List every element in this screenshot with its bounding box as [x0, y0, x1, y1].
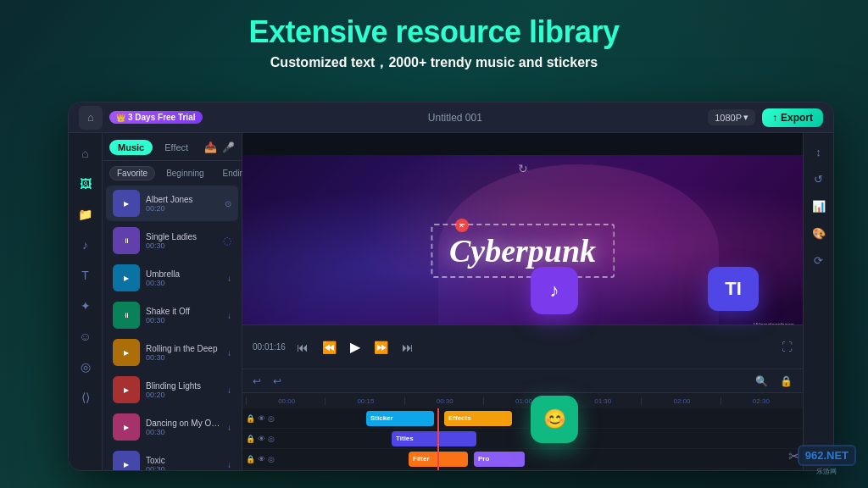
brand-watermark: 962.NET 乐游网: [798, 445, 856, 476]
download-icon[interactable]: ↓: [227, 311, 231, 320]
music-info: Dancing on My Own 00:30: [146, 419, 221, 436]
top-bar: ⌂ 👑 3 Days Free Trial Untitled 001 1080P…: [69, 103, 833, 133]
left-sidebar: ⌂ 🖼 📁 ♪ T ✦ ☺ ◎ ⟨⟩: [69, 133, 103, 470]
redo-button[interactable]: ↩: [270, 374, 285, 389]
music-duration: 00:30: [146, 279, 221, 287]
header-section: Extensive resource library Customized te…: [0, 15, 868, 72]
speed-icon[interactable]: ⟳: [807, 248, 831, 272]
eye-track-icon[interactable]: 👁: [258, 435, 265, 443]
mute-track-icon[interactable]: ◎: [268, 435, 275, 443]
sidebar-item-transitions[interactable]: ⟨⟩: [72, 384, 99, 411]
filter-beginning[interactable]: Beginning: [159, 166, 211, 180]
track-titles-segment[interactable]: Titles: [392, 431, 476, 446]
mute-track-icon[interactable]: ◎: [268, 414, 275, 423]
download-icon[interactable]: ↓: [227, 348, 231, 358]
lock-track-icon[interactable]: 🔒: [246, 414, 255, 423]
media-tabs: Music Effect 📥 🎤: [103, 133, 242, 161]
music-info: Rolling in the Deep 00:30: [146, 344, 221, 362]
tab-music[interactable]: Music: [109, 140, 153, 155]
timeline-tracks: 🔒 👁 ◎ Sticker Effects 🔒 👁 ◎: [242, 408, 803, 470]
right-sidebar: ↕ ↺ 📊 🎨 ⟳: [803, 133, 833, 470]
track-sticker-segment[interactable]: Sticker: [366, 411, 434, 426]
skip-back-button[interactable]: ⏮: [293, 337, 312, 358]
sidebar-item-effects[interactable]: ✦: [72, 292, 99, 319]
music-thumbnail: ▶: [113, 190, 140, 217]
music-thumbnail: ▶: [113, 264, 140, 291]
microphone-icon[interactable]: 🎤: [222, 141, 235, 153]
list-item[interactable]: ▶ Umbrella 00:30 ↓: [106, 260, 238, 296]
zoom-in-button[interactable]: 🔍: [752, 374, 771, 389]
tab-icons: 📥 🎤: [204, 140, 235, 155]
music-duration: 00:30: [146, 428, 221, 436]
download-icon[interactable]: ↓: [227, 274, 231, 283]
list-item[interactable]: ⏸ Single Ladies 00:30 ◌: [106, 223, 238, 258]
fit-icon[interactable]: ↕: [807, 140, 831, 164]
eye-track-icon[interactable]: 👁: [258, 455, 265, 463]
play-button[interactable]: ▶: [347, 336, 364, 358]
import-icon[interactable]: 📥: [204, 141, 217, 153]
list-item[interactable]: ▶ Albert Jones 00:20 ⊙: [106, 186, 238, 221]
sidebar-item-home[interactable]: ⌂: [72, 140, 99, 167]
sidebar-item-filters[interactable]: ◎: [72, 353, 99, 380]
sidebar-item-media[interactable]: 🖼: [72, 170, 99, 197]
play-overlay: ▶: [113, 190, 140, 217]
music-name: Single Ladies: [146, 232, 217, 241]
resolution-button[interactable]: 1080P ▾: [708, 109, 755, 125]
track-row: 🔒 👁 ◎ Filter Pro: [242, 449, 803, 469]
video-preview: ↻ ✕ Cyberpunk WondershareFilmora: [242, 155, 803, 347]
music-name: Albert Jones: [146, 195, 219, 204]
music-thumbnail: ⏸: [113, 302, 140, 329]
float-card-text[interactable]: TI: [708, 267, 759, 311]
music-info: Single Ladies 00:30: [146, 232, 217, 250]
list-item[interactable]: ▶ Toxic 00:30 ↓: [106, 446, 238, 470]
fast-forward-button[interactable]: ⏩: [370, 337, 392, 358]
list-item[interactable]: ▶ Dancing on My Own 00:30 ↓: [106, 409, 238, 445]
home-button[interactable]: ⌂: [79, 106, 103, 130]
brand-name: 962.NET: [798, 445, 856, 466]
download-icon[interactable]: ↓: [227, 460, 231, 469]
sidebar-item-stickers[interactable]: ☺: [72, 323, 99, 350]
filter-favorite[interactable]: Favorite: [109, 166, 155, 180]
add-music-icon[interactable]: ⊙: [225, 199, 231, 208]
list-item[interactable]: ⏸ Shake it Off 00:30 ↓: [106, 297, 238, 333]
lock-track-icon[interactable]: 🔒: [246, 455, 255, 463]
project-name: Untitled 001: [209, 112, 702, 124]
undo-button[interactable]: ↩: [249, 374, 264, 389]
list-item[interactable]: ▶ Blinding Lights 00:20 ↓: [106, 372, 238, 408]
mute-track-icon[interactable]: ◎: [268, 455, 275, 463]
sidebar-item-folder[interactable]: 📁: [72, 201, 99, 228]
play-overlay: ▶: [113, 376, 140, 403]
music-name: Umbrella: [146, 269, 221, 279]
brand-sub: 乐游网: [798, 467, 856, 476]
lock-track-icon[interactable]: 🔒: [246, 435, 255, 443]
export-button[interactable]: ↑ Export: [762, 108, 823, 127]
skip-forward-button[interactable]: ⏭: [398, 337, 417, 358]
float-card-emoji[interactable]: 😊: [531, 396, 578, 443]
music-info: Albert Jones 00:20: [146, 195, 219, 213]
lock-button[interactable]: 🔒: [776, 374, 796, 389]
refresh-icon[interactable]: ↻: [518, 162, 528, 175]
sidebar-item-text[interactable]: T: [72, 262, 99, 289]
download-icon[interactable]: ↓: [227, 423, 231, 432]
track-pro-segment[interactable]: Pro: [474, 452, 525, 467]
video-text-overlay[interactable]: Cyberpunk: [431, 224, 615, 278]
music-name: Blinding Lights: [146, 381, 221, 391]
volume-icon[interactable]: 📊: [807, 194, 831, 218]
track-effects-segment[interactable]: Effects: [444, 411, 512, 426]
float-card-music[interactable]: ♪: [531, 267, 578, 314]
rotate-icon[interactable]: ↺: [807, 167, 831, 191]
rewind-button[interactable]: ⏪: [319, 337, 340, 358]
list-item[interactable]: ▶ Rolling in the Deep 00:30 ↓: [106, 335, 238, 370]
download-icon[interactable]: ↓: [227, 385, 231, 395]
expand-button[interactable]: ⛶: [782, 341, 793, 353]
tab-effect[interactable]: Effect: [156, 140, 197, 155]
filter-tabs: Favorite Beginning Ending: [103, 161, 242, 186]
ruler-mark: 02:30: [721, 397, 799, 405]
crown-icon: 👑: [116, 114, 125, 122]
color-icon[interactable]: 🎨: [807, 221, 831, 245]
eye-track-icon[interactable]: 👁: [258, 414, 265, 423]
sidebar-item-music[interactable]: ♪: [72, 231, 99, 258]
music-list: ▶ Albert Jones 00:20 ⊙ ⏸ Single Ladies 0…: [103, 186, 242, 470]
music-info: Blinding Lights 00:20: [146, 381, 221, 399]
media-panel: Music Effect 📥 🎤 Favorite Beginning Endi…: [103, 133, 242, 470]
